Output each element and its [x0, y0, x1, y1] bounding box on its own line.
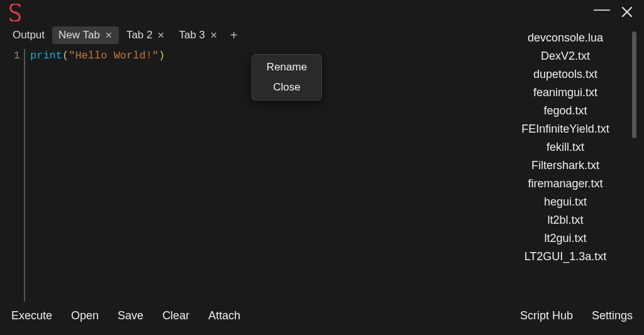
script-list-item[interactable]: lt2gui.txt [493, 229, 638, 248]
code-editor[interactable]: 1 print("Hello World!") [6, 45, 486, 302]
tab-label: Tab 2 [126, 29, 153, 41]
script-list-item[interactable]: feanimgui.txt [493, 84, 638, 102]
code-token-paren: ( [62, 50, 69, 62]
script-list-item[interactable]: firemanager.txt [493, 175, 638, 193]
tab-label: Tab 3 [179, 29, 205, 41]
titlebar: — [0, 0, 644, 25]
attach-button[interactable]: Attach [208, 309, 240, 322]
tab-item[interactable]: New Tab ✕ [52, 26, 119, 44]
minimize-icon[interactable]: — [594, 1, 610, 17]
open-button[interactable]: Open [71, 309, 99, 322]
context-rename[interactable]: Rename [252, 57, 321, 77]
footer-right: Script Hub Settings [520, 309, 633, 322]
script-list-item[interactable]: hegui.txt [493, 193, 638, 211]
output-tab[interactable]: Output [6, 26, 51, 44]
tab-context-menu: Rename Close [252, 54, 322, 101]
code-token-function: print [30, 50, 62, 62]
script-list-item[interactable]: devconsole.lua [493, 29, 638, 47]
script-list-item[interactable]: lt2bl.txt [493, 211, 638, 229]
script-list-item[interactable]: FEInfiniteYield.txt [493, 120, 638, 138]
settings-button[interactable]: Settings [592, 309, 633, 322]
footer-left: Execute Open Save Clear Attach [11, 309, 240, 322]
main-content: Output New Tab ✕ Tab 2 ✕ Tab 3 ✕ + 1 pri… [0, 25, 644, 302]
editor-pane: Output New Tab ✕ Tab 2 ✕ Tab 3 ✕ + 1 pri… [6, 25, 486, 302]
line-number: 1 [6, 49, 20, 63]
script-hub-button[interactable]: Script Hub [520, 309, 573, 322]
code-token-paren: ) [158, 50, 165, 62]
script-list-item[interactable]: LT2GUI_1.3a.txt [493, 248, 638, 266]
line-gutter: 1 [6, 49, 24, 302]
script-list-item[interactable]: Filtershark.txt [493, 157, 638, 175]
footer-bar: Execute Open Save Clear Attach Script Hu… [0, 302, 644, 329]
save-button[interactable]: Save [118, 309, 143, 322]
tab-label: New Tab [58, 29, 100, 41]
script-list-item[interactable]: DexV2.txt [493, 47, 638, 65]
scrollbar-thumb[interactable] [632, 31, 636, 138]
tab-close-icon[interactable]: ✕ [157, 30, 165, 40]
tab-close-icon[interactable]: ✕ [210, 30, 218, 40]
add-tab-icon[interactable]: + [225, 26, 243, 44]
script-list-panel: devconsole.lua DexV2.txt dupetools.txt f… [493, 25, 638, 302]
context-close[interactable]: Close [252, 77, 321, 97]
script-list-item[interactable]: fegod.txt [493, 102, 638, 120]
tab-close-icon[interactable]: ✕ [105, 30, 113, 40]
app-logo-icon [6, 4, 24, 21]
script-list-item[interactable]: dupetools.txt [493, 65, 638, 84]
script-list: devconsole.lua DexV2.txt dupetools.txt f… [493, 25, 638, 270]
execute-button[interactable]: Execute [11, 309, 52, 322]
tab-bar: Output New Tab ✕ Tab 2 ✕ Tab 3 ✕ + [6, 25, 486, 45]
window-controls: — [594, 4, 638, 21]
output-tab-label: Output [13, 29, 45, 41]
tab-item[interactable]: Tab 2 ✕ [120, 26, 172, 44]
tab-item[interactable]: Tab 3 ✕ [172, 26, 224, 44]
clear-button[interactable]: Clear [162, 309, 189, 322]
script-list-item[interactable]: fekill.txt [493, 138, 638, 157]
close-window-icon[interactable] [621, 6, 633, 19]
code-token-string: "Hello World!" [69, 50, 158, 62]
